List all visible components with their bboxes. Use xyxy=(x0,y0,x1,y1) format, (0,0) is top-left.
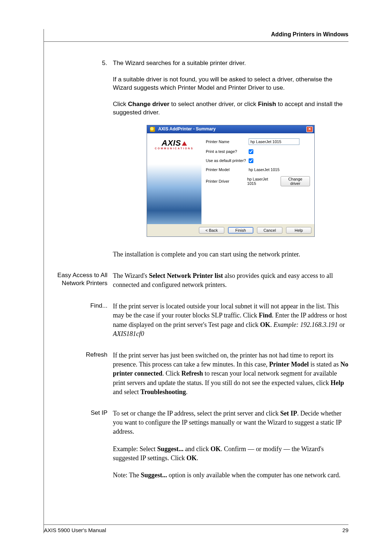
easy-access-label: Easy Access to All Network Printers xyxy=(46,271,107,287)
dialog-title: AXIS AddPrinter - Summary xyxy=(158,126,216,131)
axis-logo-subtitle: COMMUNICATIONS xyxy=(150,147,199,150)
axis-logo: AXIS xyxy=(150,138,199,148)
printer-driver-label: Printer Driver xyxy=(206,179,247,183)
back-button[interactable]: < Back xyxy=(199,227,224,234)
refresh-text: If the print server has just been switch… xyxy=(113,351,348,397)
default-printer-checkbox[interactable] xyxy=(249,158,253,163)
easy-access-text: The Wizard's Select Network Printer list… xyxy=(113,271,348,289)
find-text: If the print server is located outside y… xyxy=(113,302,348,339)
installation-complete-text: The installation is complete and you can… xyxy=(113,250,348,259)
printer-driver-value: hp LaserJet 1015 xyxy=(247,177,277,186)
printer-name-label: Printer Name xyxy=(206,139,249,144)
step-text-1: The Wizard searches for a suitable print… xyxy=(113,59,348,68)
section-title: Adding Printers in Windows xyxy=(271,31,348,37)
printer-model-label: Printer Model xyxy=(206,167,249,172)
dialog-form: Printer Name Print a test page? Use as d… xyxy=(201,133,314,224)
dialog-titlebar: AXIS AddPrinter - Summary × xyxy=(147,125,314,133)
step-text-2: If a suitable driver is not found, you w… xyxy=(113,76,348,92)
setip-label: Set IP xyxy=(46,409,107,417)
test-page-label: Print a test page? xyxy=(206,149,249,154)
setip-example: Example: Select Suggest... and click OK.… xyxy=(113,445,348,463)
finish-button[interactable]: Finish xyxy=(228,227,253,234)
help-button[interactable]: Help xyxy=(286,227,311,234)
step-5: 5. The Wizard searches for a suitable pr… xyxy=(113,59,348,117)
app-icon xyxy=(150,127,155,132)
step-text-3: Click Change driver to select another dr… xyxy=(113,100,348,117)
refresh-label: Refresh xyxy=(46,351,107,359)
find-label: Find... xyxy=(46,302,107,310)
step-number: 5. xyxy=(102,59,107,68)
printer-model-value: hp LaserJet 1015 xyxy=(249,167,279,172)
page-number: 29 xyxy=(342,527,348,533)
page-footer: AXIS 5900 User's Manual 29 xyxy=(44,524,348,533)
manual-name: AXIS 5900 User's Manual xyxy=(44,527,106,533)
find-section: Find... If the print server is located o… xyxy=(113,302,348,339)
axis-addprinter-dialog: AXIS AddPrinter - Summary × AXIS COMMUNI… xyxy=(147,125,315,237)
dialog-footer: < Back Finish Cancel Help xyxy=(147,224,314,236)
dialog-sidebar: AXIS COMMUNICATIONS xyxy=(147,133,201,224)
triangle-icon xyxy=(182,141,187,146)
cancel-button[interactable]: Cancel xyxy=(257,227,282,234)
test-page-checkbox[interactable] xyxy=(249,149,253,154)
refresh-section: Refresh If the print server has just bee… xyxy=(113,351,348,397)
setip-section: Set IP To set or change the IP address, … xyxy=(113,409,348,480)
setip-note: Note: The Suggest... option is only avai… xyxy=(113,471,348,480)
page-header: Adding Printers in Windows xyxy=(44,29,348,42)
easy-access-section: Easy Access to All Network Printers The … xyxy=(113,271,348,289)
change-driver-button[interactable]: Change driver xyxy=(281,176,310,186)
setip-text-1: To set or change the IP address, select … xyxy=(113,409,348,437)
default-printer-label: Use as default printer? xyxy=(206,158,249,163)
printer-name-input[interactable] xyxy=(249,138,299,145)
close-icon[interactable]: × xyxy=(306,126,313,132)
